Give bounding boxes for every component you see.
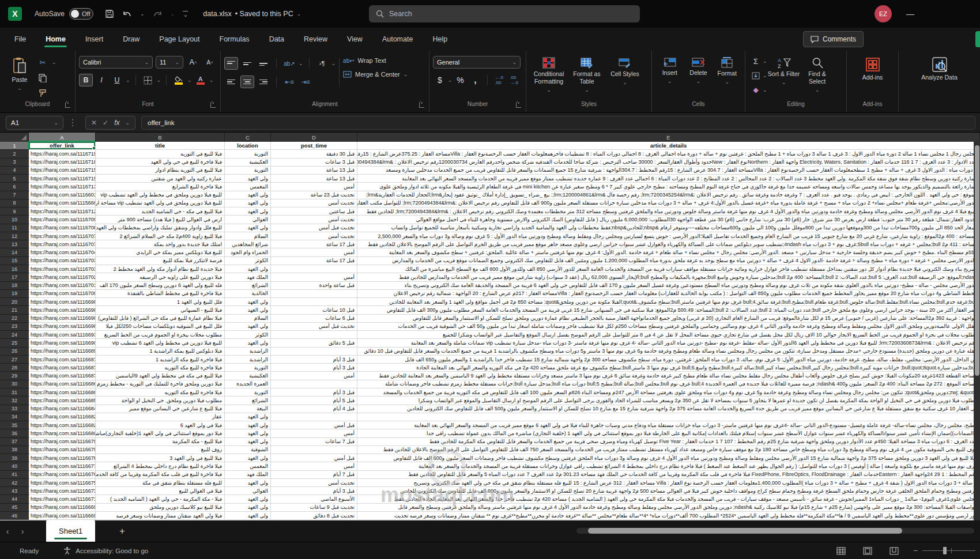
row-header-24[interactable]: 24 (0, 331, 29, 339)
row-header-31[interactable]: 31 (0, 388, 29, 396)
cell-C12[interactable]: السلام (225, 232, 271, 240)
cell-B15[interactable]: فرصة لاتتكرر فيلا بمكة للبيع (96, 257, 225, 265)
cell-B43[interactable]: فيلا في العوالي للبيع (96, 487, 225, 495)
cell-B31[interactable]: فيلا فاخره للبيع مكه التوريه (96, 388, 225, 396)
cell-A45[interactable]: https://haraj.com.sa/11166694801/ (29, 504, 96, 512)
cell-D38[interactable] (271, 446, 357, 454)
percent-style-icon[interactable]: % (454, 74, 468, 86)
cell-A13[interactable]: https://haraj.com.sa/11167070684/ (29, 240, 96, 248)
cell-B37[interactable]: فيلا للبيع - مكة المكرمة (96, 438, 225, 446)
format-cells-button[interactable]: Format⌄ (713, 54, 741, 85)
cell-B34[interactable]: عقار (96, 413, 225, 421)
tab-automate[interactable]: Automate (380, 31, 416, 48)
cell-E5[interactable]: عمارة ركنية دورين وسطح نظام شقة فوق شقة … (357, 175, 980, 183)
addins-button[interactable]: Add-ins (857, 54, 889, 81)
orientation-icon[interactable]: ab↗ (282, 57, 296, 70)
cell-A37[interactable]: https://haraj.com.sa/11166798607/ (29, 438, 96, 446)
cell-B32[interactable]: مطلوب فيلا دورين وملحق. حي النخيل او الو… (96, 396, 225, 405)
cell-D2[interactable]: قبل 30 دقيقة (271, 150, 357, 158)
row-header-29[interactable]: 29 (0, 372, 29, 380)
autosum-dropdown-icon[interactable]: ⌄ (763, 58, 767, 64)
row-header-42[interactable]: 42 (0, 479, 29, 487)
cell-A46[interactable]: https://haraj.com.sa/11166690728/ (29, 512, 96, 520)
cell-E27[interactable]: من الداخل، الدور الأرضي: مجلس، مقلط، صال… (357, 356, 980, 364)
name-box[interactable]: A1 ⌄ (6, 116, 63, 130)
cell-E2[interactable]: مجلس رجال 1 مجلس نساء 1 صاله 2 دوره مياه… (357, 150, 980, 158)
analyze-data-button[interactable]: Analyze Data (921, 54, 959, 81)
cell-E32[interactable]: مطلوب فيلا دورين وملحق في حي النخيل او ا… (357, 396, 980, 405)
cell-E38[interactable]: روف للبيع بحي الشوقية مكون من 4 غرف نوم … (357, 446, 980, 454)
tab-draw[interactable]: Draw (120, 31, 142, 48)
name-box-dropdown-icon[interactable]: ⌄ (54, 120, 58, 126)
cell-E43[interactable]: غرفتين ومطبخ وحمام الملحق الخلفي غرفة حا… (357, 487, 980, 495)
tab-view[interactable]: View (345, 31, 365, 48)
row-header-28[interactable]: 28 (0, 364, 29, 372)
row-header-33[interactable]: 33 (0, 405, 29, 413)
cell-D5[interactable]: قبل 13 ساعة (271, 175, 357, 183)
tab-data[interactable]: Data (267, 31, 287, 48)
cell-D15[interactable]: قبل 17 ساعة (271, 257, 357, 265)
cell-D34[interactable] (271, 413, 357, 421)
previous-sheet-icon[interactable]: ‹ (0, 527, 15, 536)
row-header-36[interactable]: 36 (0, 429, 29, 437)
cell-A2[interactable]: https://haraj.com.sa/11167198050/ (29, 150, 96, 158)
confirm-entry-icon[interactable]: ✓ (103, 119, 108, 127)
cell-B40[interactable]: فيلا فاخرة للبيع نظام درج داخلي بمخطط 4 … (96, 462, 225, 470)
row-header-25[interactable]: 25 (0, 339, 29, 347)
fill-color-dropdown-icon[interactable]: ⌄ (187, 77, 192, 83)
cell-E13[interactable]: مساحة : 411 م2 bull;مجلس + غرفه + دورات … (357, 240, 980, 248)
cell-D1[interactable]: post_time (271, 142, 357, 150)
cell-C27[interactable]: الراشدية (225, 356, 271, 364)
row-header-39[interactable]: 39 (0, 454, 29, 462)
cell-D40[interactable]: أمس (271, 462, 357, 470)
cell-C28[interactable]: التوربة (225, 364, 271, 372)
cell-C46[interactable]: ولي العهد (225, 512, 271, 520)
comments-button[interactable]: Comments (803, 31, 864, 47)
cell-C23[interactable]: ولي العهد (225, 323, 271, 331)
cell-B5[interactable]: عماره ركنيه ولي العهد من شقتين (96, 175, 225, 183)
cell-C22[interactable]: السلام (225, 315, 271, 323)
row-header-30[interactable]: 30 (0, 380, 29, 388)
number-format-select[interactable]: General⌄ (433, 56, 521, 69)
row-header-13[interactable]: 13 (0, 240, 29, 248)
cell-C5[interactable]: ولي العهد (225, 175, 271, 183)
cell-A21[interactable]: https://haraj.com.sa/11166982779/ (29, 306, 96, 314)
cell-C13[interactable]: شرائع المجاهدين (225, 240, 271, 248)
cell-D22[interactable]: قبل 6 ساعات (271, 315, 357, 323)
cell-B39[interactable]: فيلا للبيع في ولي العهد 3 (96, 454, 225, 462)
formula-input[interactable]: offer_link (141, 116, 975, 130)
cell-B25[interactable]: للبيع فيلا دورين في مخطط ولي العهد 6 تشط… (96, 339, 225, 347)
fill-dropdown-icon[interactable]: ⌄ (763, 73, 767, 78)
cell-C30[interactable]: العمرة الجديدة (225, 380, 271, 388)
row-header-11[interactable]: 11 (0, 224, 29, 232)
row-header-37[interactable]: 37 (0, 438, 29, 446)
cell-D42[interactable]: تحديث أمس (271, 479, 357, 487)
cell-D12[interactable]: تحديث أمس (271, 232, 357, 240)
cell-B21[interactable]: فيلا للبيع - السبهاني (96, 306, 225, 314)
row-header-1[interactable]: 1 (0, 142, 29, 150)
vertical-scrollbar[interactable] (974, 142, 980, 520)
borders-dropdown-icon[interactable]: ⌄ (157, 77, 161, 83)
cell-C39[interactable]: ولي العهد (225, 454, 271, 462)
row-header-7[interactable]: 7 (0, 191, 29, 199)
cell-B9[interactable]: فيلا للبيع في مكه - حي الشاميه الجديد (96, 207, 225, 216)
cell-D10[interactable]: تحديث أمس (271, 216, 357, 224)
avatar[interactable]: EZ (875, 5, 892, 22)
decrease-font-icon[interactable]: A˅ (203, 56, 217, 69)
cell-E21[interactable]: عمر العقار أكثر من 20 سنة - يوجد خزانين … (357, 306, 980, 314)
cell-styles-button[interactable]: Cell Styles⌄ (606, 54, 644, 86)
insert-function-icon[interactable]: fx (114, 119, 119, 127)
cell-A14[interactable]: https://haraj.com.sa/11167046297/ (29, 248, 96, 256)
cell-C14[interactable]: الحمراء وام الجود (225, 248, 271, 256)
align-top-icon[interactable] (224, 57, 238, 70)
cell-E22[interactable]: الواجهة : غربية 392 م2المساحة: على شارعي… (357, 315, 980, 323)
cell-A6[interactable]: https://haraj.com.sa/11167133623/ (29, 183, 96, 191)
cell-C41[interactable]: الملك فهد (225, 471, 271, 479)
clear-dropdown-icon[interactable]: ⌄ (763, 87, 767, 93)
conditional-formatting-button[interactable]: Conditional Formatting⌄ (530, 54, 568, 94)
cell-C25[interactable]: ولي العهد (225, 339, 271, 347)
accounting-format-icon[interactable]: $ (433, 74, 447, 86)
cell-B27[interactable]: فيلا فاخره للبيع مكه الراشديه 1 (96, 356, 225, 364)
tab-insert[interactable]: Insert (83, 31, 105, 48)
cell-E46[interactable]: دور ارضي ومؤسس دور علوي**مخطط ولي العهد … (357, 512, 980, 520)
